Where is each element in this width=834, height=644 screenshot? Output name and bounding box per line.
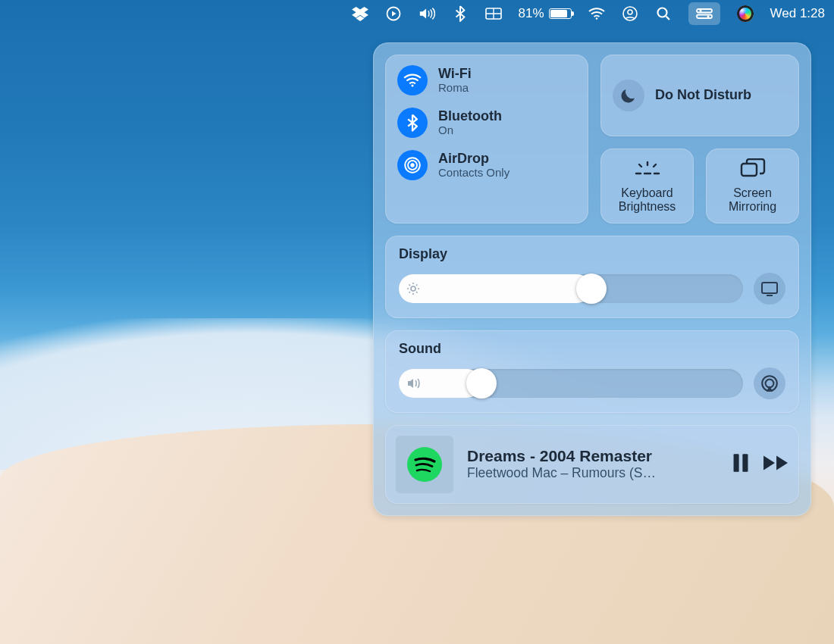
wifi-title: Wi-Fi — [438, 67, 472, 82]
dnd-title: Do Not Disturb — [655, 87, 751, 104]
keyboard-input-menu-item[interactable] — [485, 5, 502, 22]
svg-point-11 — [410, 163, 414, 167]
screen-mirroring-label: Screen Mirroring — [710, 186, 795, 214]
display-brightness-slider[interactable] — [399, 274, 743, 303]
media-title: Dreams - 2004 Remaster — [467, 447, 719, 465]
user-circle-icon — [622, 5, 638, 22]
sound-tile: Sound — [385, 330, 799, 413]
battery-icon — [549, 8, 572, 19]
keyboard-brightness-icon — [635, 158, 660, 179]
svg-point-10 — [411, 85, 413, 87]
clock-menu-item[interactable]: Wed 1:28 — [770, 6, 825, 21]
next-track-button[interactable] — [763, 455, 789, 474]
search-icon — [655, 5, 672, 22]
bluetooth-icon — [452, 5, 469, 22]
sound-volume-slider[interactable] — [399, 369, 743, 398]
speaker-icon — [419, 5, 435, 22]
bluetooth-subtitle: On — [438, 123, 502, 136]
wifi-icon — [397, 65, 428, 95]
pause-button[interactable] — [732, 453, 749, 476]
keyboard-icon — [485, 5, 502, 22]
screen-mirroring-tile[interactable]: Screen Mirroring — [706, 148, 799, 224]
spotlight-menu-item[interactable] — [655, 5, 672, 22]
airdrop-icon — [397, 150, 428, 180]
svg-point-2 — [595, 17, 597, 20]
control-center-panel: Wi-Fi Roma Bluetooth On AirDrop — [373, 42, 811, 516]
svg-rect-14 — [742, 164, 757, 176]
battery-menu-item[interactable]: 81% — [519, 6, 572, 21]
svg-rect-6 — [697, 9, 712, 13]
spotify-icon — [407, 447, 442, 482]
sun-icon — [406, 282, 420, 295]
svg-point-8 — [699, 10, 701, 12]
airdrop-toggle[interactable]: AirDrop Contacts Only — [397, 150, 576, 180]
siri-menu-item[interactable] — [737, 5, 754, 22]
dropbox-icon — [352, 5, 368, 22]
bluetooth-icon — [397, 108, 428, 138]
display-tile: Display — [385, 236, 799, 318]
svg-point-15 — [411, 286, 415, 291]
moon-icon — [613, 80, 644, 111]
airdrop-title: AirDrop — [438, 152, 509, 167]
wifi-subtitle: Roma — [438, 81, 472, 94]
media-menu-item[interactable] — [385, 5, 402, 22]
screen-mirroring-icon — [740, 158, 766, 179]
now-playing-tile[interactable]: Dreams - 2004 Remaster Fleetwood Mac – R… — [385, 425, 799, 504]
album-art — [396, 436, 453, 493]
keyboard-brightness-label: Keyboard Brightness — [605, 186, 689, 214]
svg-point-9 — [707, 15, 709, 17]
control-center-menu-item[interactable] — [688, 2, 720, 25]
bluetooth-menu-item[interactable] — [452, 5, 469, 22]
sound-title: Sound — [399, 341, 785, 357]
connectivity-tile: Wi-Fi Roma Bluetooth On AirDrop — [385, 55, 588, 224]
svg-rect-20 — [742, 454, 748, 472]
svg-rect-16 — [762, 283, 777, 293]
clock-label: Wed 1:28 — [770, 6, 825, 21]
battery-percent-label: 81% — [519, 6, 544, 21]
play-circle-icon — [385, 5, 402, 22]
svg-point-5 — [657, 8, 666, 17]
keyboard-brightness-tile[interactable]: Keyboard Brightness — [600, 148, 694, 224]
wifi-menu-item[interactable] — [588, 5, 605, 22]
dnd-tile[interactable]: Do Not Disturb — [600, 55, 799, 136]
media-subtitle: Fleetwood Mac – Rumours (S… — [467, 465, 719, 481]
control-center-icon — [696, 5, 713, 22]
wifi-icon — [588, 5, 605, 22]
sound-output-button[interactable] — [754, 367, 785, 399]
display-title: Display — [399, 246, 785, 262]
volume-menu-item[interactable] — [419, 5, 435, 22]
bluetooth-title: Bluetooth — [438, 109, 502, 124]
svg-rect-19 — [734, 454, 739, 472]
svg-rect-7 — [697, 15, 712, 19]
menubar: 81% Wed 1:28 — [0, 0, 834, 27]
bluetooth-toggle[interactable]: Bluetooth On — [397, 108, 576, 138]
svg-point-4 — [628, 10, 632, 14]
speaker-small-icon — [406, 377, 422, 389]
dropbox-menu-item[interactable] — [352, 5, 368, 22]
airdrop-subtitle: Contacts Only — [438, 166, 509, 179]
wifi-toggle[interactable]: Wi-Fi Roma — [397, 65, 576, 95]
user-menu-item[interactable] — [622, 5, 638, 22]
display-output-button[interactable] — [754, 273, 785, 305]
siri-icon — [737, 5, 754, 22]
